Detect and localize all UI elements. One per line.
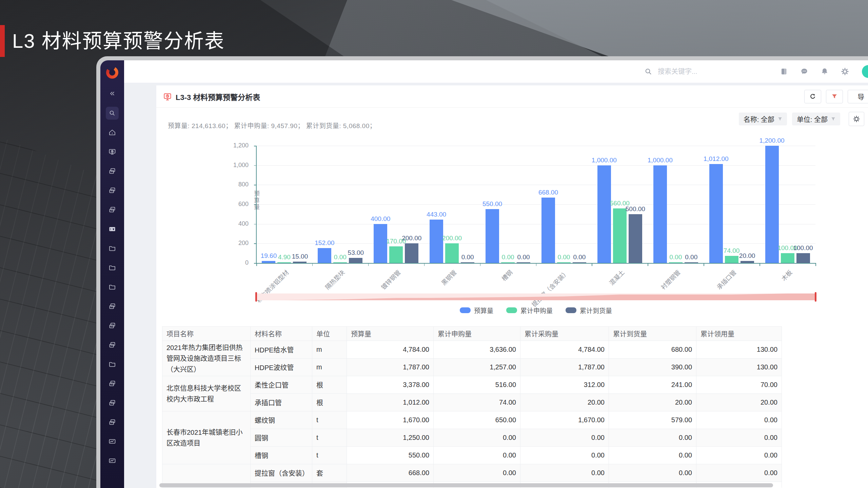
value-cell: 1,012.00	[347, 394, 434, 411]
bar-value-label: 74.00	[724, 247, 740, 255]
chat-icon[interactable]	[800, 67, 808, 76]
bar-value-label: 19.60	[261, 252, 277, 260]
refresh-icon	[809, 93, 816, 100]
y-tick-label: 600	[221, 201, 249, 208]
material-name-cell: 螺纹钢	[251, 411, 312, 429]
search-input[interactable]	[657, 67, 759, 76]
bar-预算量	[262, 261, 275, 263]
bar-预算量	[597, 165, 611, 263]
bar-value-label: 0.00	[573, 253, 586, 261]
sidebar-item-card-yen-7[interactable]	[106, 223, 119, 236]
zoom-handle-left[interactable]	[255, 292, 257, 302]
sidebar-item-pages-6[interactable]	[106, 203, 119, 216]
sidebar-item-pages-13[interactable]	[106, 339, 119, 351]
table-row: 承插口管根1,012.0074.0020.0020.0020.00	[162, 394, 782, 411]
bar-value-label: 443.00	[427, 211, 446, 218]
app-logo[interactable]	[100, 60, 124, 85]
pages-icon	[108, 341, 116, 349]
bar-value-label: 170.00	[386, 238, 406, 245]
table-row: 2021年热力集团老旧供热管网及设施改造项目三标（大兴区）HDPE给水管m4,7…	[162, 341, 782, 359]
sidebar-item-pages-16[interactable]	[106, 396, 119, 409]
sidebar-item-pages-4[interactable]	[106, 165, 119, 178]
chart-zoom-slider[interactable]	[256, 293, 815, 300]
x-tick	[424, 263, 425, 266]
category-label: 承插口管	[679, 268, 738, 327]
sidebar-item-folder-8[interactable]	[106, 242, 119, 255]
category-label: 隔热垫块	[288, 268, 347, 327]
home-icon	[108, 128, 116, 137]
top-navbar	[124, 60, 868, 83]
legend-label: 累计到货量	[580, 306, 612, 315]
value-cell: 3,378.00	[347, 376, 434, 394]
sidebar-item-pages-5[interactable]	[106, 184, 119, 197]
sidebar-item-folder-14[interactable]	[106, 358, 119, 371]
x-axis-line	[256, 263, 816, 264]
material-name-cell: 承插口管	[251, 394, 312, 411]
column-header: 累计到货量	[609, 327, 696, 341]
zoom-handle-right[interactable]	[815, 292, 816, 302]
material-name-cell: HDPE波纹管	[251, 359, 312, 376]
funnel-icon	[830, 116, 836, 122]
unit-filter-chip[interactable]: 单位: 全部	[792, 113, 840, 125]
refresh-button[interactable]	[804, 90, 821, 103]
y-tick	[254, 146, 256, 146]
bell-icon[interactable]	[821, 67, 829, 76]
y-tick	[254, 243, 256, 244]
value-cell: 130.00	[696, 341, 782, 359]
sidebar-item-pages-17[interactable]	[106, 416, 119, 429]
legend-item-预算量[interactable]: 预算量	[460, 306, 493, 315]
bar-累计申购量	[781, 253, 794, 263]
sidebar-item-monitor-chart-3[interactable]	[106, 145, 119, 158]
column-settings-button[interactable]	[849, 112, 864, 126]
bar-累计到货量	[685, 262, 698, 263]
table-body: 2021年热力集团老旧供热管网及设施改造项目三标（大兴区）HDPE给水管m4,7…	[162, 341, 782, 488]
bar-预算量	[430, 220, 443, 263]
material-name-cell: 柔性企口管	[251, 376, 312, 394]
sidebar-item-home-2[interactable]	[106, 126, 119, 139]
sidebar-item-monitor-trend-19[interactable]	[106, 454, 119, 467]
sidebar-item-pages-15[interactable]	[106, 377, 119, 390]
value-cell: 241.00	[609, 376, 696, 394]
y-tick-label: 400	[221, 220, 249, 227]
value-cell: 4,784.00	[347, 341, 434, 359]
sidebar-item-pages-11[interactable]	[106, 300, 119, 313]
gear-icon[interactable]	[841, 67, 849, 76]
bar-累计到货量	[461, 262, 474, 263]
report-title: L3-3 材料预算预警分析表	[176, 91, 260, 102]
sidebar-item-collapse-0[interactable]	[106, 87, 119, 100]
material-name-cell: HDPE给水管	[251, 341, 312, 359]
sidebar-item-folder-9[interactable]	[106, 261, 119, 274]
table-header-row: 项目名称材料名称单位预算量累计申购量累计采购量累计到货量累计领用量	[162, 327, 782, 341]
pages-icon	[108, 380, 116, 388]
project-name-cell: 北京信息科技大学老校区校内大市政工程	[162, 376, 251, 411]
export-button[interactable]: 导 出	[848, 90, 868, 103]
value-cell: 1,250.00	[347, 429, 434, 447]
book-icon[interactable]	[780, 67, 788, 76]
legend-item-累计到货量[interactable]: 累计到货量	[566, 306, 612, 315]
bar-value-label: 152.00	[315, 239, 334, 247]
value-cell: 0.00	[696, 411, 782, 429]
x-tick	[368, 263, 369, 266]
bar-value-label: 550.00	[482, 200, 502, 208]
bar-value-label: 200.00	[402, 235, 421, 242]
chart-legend: 预算量累计申购量累计到货量	[256, 306, 815, 315]
user-avatar[interactable]	[862, 65, 868, 78]
monitor-trend-icon	[108, 457, 116, 465]
search-icon	[644, 67, 652, 76]
screen-title: L3 材料预算预警分析表	[12, 25, 225, 57]
bar-累计申购量	[501, 262, 515, 263]
horizontal-scrollbar[interactable]	[159, 483, 773, 487]
filter-button[interactable]	[826, 90, 843, 103]
sidebar-item-search-1[interactable]	[106, 107, 119, 120]
y-tick-label: 1,200	[221, 142, 249, 149]
value-cell: 20.00	[609, 394, 696, 411]
name-filter-chip[interactable]: 名称: 全部	[739, 113, 787, 125]
materials-table: 项目名称材料名称单位预算量累计申购量累计采购量累计到货量累计领用量 2021年热…	[162, 326, 782, 488]
sidebar-item-pages-12[interactable]	[106, 319, 119, 332]
bar-累计到货量	[629, 214, 642, 263]
sidebar-item-monitor-trend-18[interactable]	[106, 435, 119, 448]
sidebar-item-folder-10[interactable]	[106, 281, 119, 293]
value-cell: 0.00	[434, 447, 520, 464]
value-cell: 1,787.00	[520, 359, 609, 376]
legend-item-累计申购量[interactable]: 累计申购量	[506, 306, 553, 315]
